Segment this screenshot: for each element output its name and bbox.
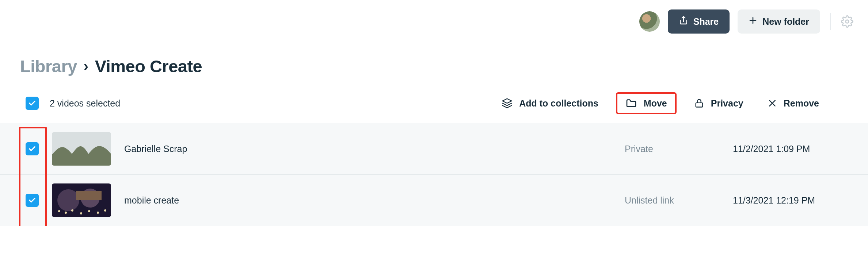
remove-label: Remove — [784, 98, 819, 109]
privacy-label: Privacy — [711, 98, 743, 109]
svg-point-14 — [58, 210, 60, 212]
lock-icon — [694, 98, 704, 108]
svg-point-19 — [97, 212, 99, 214]
header-divider — [830, 13, 831, 30]
svg-point-15 — [65, 212, 67, 214]
video-privacy: Unlisted link — [625, 195, 720, 206]
table-row[interactable]: mobile create Unlisted link 11/3/2021 12… — [0, 175, 868, 226]
selection-summary: 2 videos selected — [50, 98, 120, 109]
video-title: Gabrielle Scrap — [124, 144, 187, 154]
breadcrumb: Library › Vimeo Create — [0, 34, 868, 79]
share-button[interactable]: Share — [668, 9, 730, 34]
video-thumbnail[interactable] — [52, 183, 111, 217]
selection-bar: 2 videos selected Add to collections Mov… — [0, 79, 868, 123]
svg-rect-5 — [696, 103, 703, 107]
gear-icon[interactable] — [841, 15, 853, 28]
add-to-collections-action[interactable]: Add to collections — [495, 93, 605, 114]
new-folder-button-label: New folder — [762, 16, 809, 27]
video-date: 11/3/2021 12:19 PM — [733, 195, 846, 206]
rows-wrap: Gabrielle Scrap Private 11/2/2021 1:09 P… — [0, 123, 868, 226]
remove-action[interactable]: Remove — [761, 93, 826, 114]
select-all-checkbox[interactable] — [26, 97, 39, 110]
breadcrumb-root[interactable]: Library — [20, 56, 77, 76]
svg-point-16 — [71, 209, 73, 212]
header-toolbar: Share New folder — [0, 0, 868, 34]
add-to-collections-label: Add to collections — [519, 98, 598, 109]
plus-icon — [749, 16, 757, 27]
page-title: Vimeo Create — [95, 56, 202, 76]
video-rows: Gabrielle Scrap Private 11/2/2021 1:09 P… — [0, 123, 868, 226]
table-row[interactable]: Gabrielle Scrap Private 11/2/2021 1:09 P… — [0, 123, 868, 175]
svg-point-3 — [846, 20, 849, 23]
share-button-label: Share — [693, 16, 719, 27]
share-icon — [679, 16, 688, 27]
svg-point-18 — [88, 210, 90, 212]
chevron-right-icon: › — [84, 58, 88, 74]
video-date: 11/2/2021 1:09 PM — [733, 144, 846, 154]
collections-icon — [502, 98, 513, 109]
privacy-action[interactable]: Privacy — [688, 93, 750, 114]
svg-point-17 — [80, 212, 82, 214]
row-checkbox[interactable] — [26, 142, 39, 155]
video-title: mobile create — [124, 195, 179, 206]
close-icon — [768, 98, 777, 108]
video-privacy: Private — [625, 144, 720, 154]
move-action[interactable]: Move — [616, 92, 677, 114]
video-thumbnail[interactable] — [52, 132, 111, 166]
folder-icon — [625, 97, 637, 109]
row-checkbox[interactable] — [26, 194, 39, 207]
svg-rect-13 — [76, 191, 102, 200]
move-label: Move — [644, 98, 667, 109]
avatar[interactable] — [639, 11, 660, 32]
svg-marker-4 — [503, 99, 512, 104]
new-folder-button[interactable]: New folder — [738, 9, 820, 34]
svg-point-20 — [104, 209, 106, 212]
